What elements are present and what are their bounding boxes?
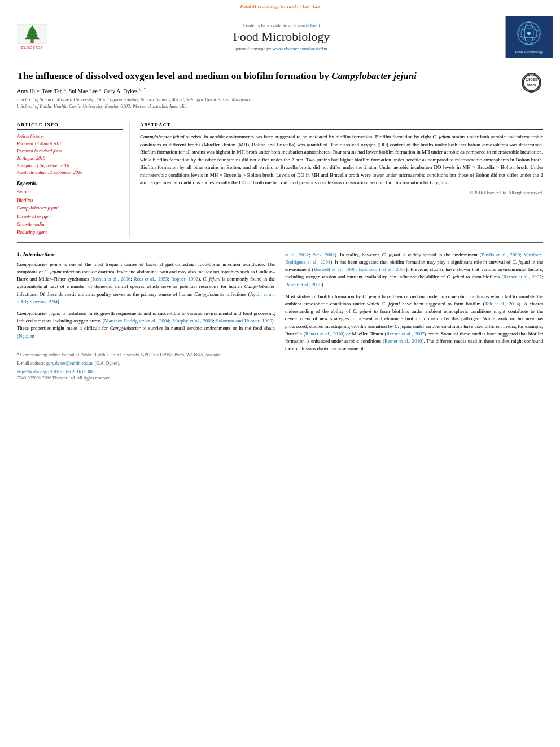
article-title-section: The influence of dissolved oxygen level … (17, 70, 543, 116)
article-title-text-area: The influence of dissolved oxygen level … (17, 70, 513, 110)
cover-image-svg: Food Microbiology (506, 16, 553, 58)
article-info-column: ARTICLE INFO Article history: Received 1… (17, 122, 130, 236)
ref-skirrow[interactable]: Skirrow, 1994 (29, 299, 58, 304)
issn-line: 0740-0020/© 2016 Elsevier Ltd. All right… (17, 375, 275, 381)
body-section: 1. Introduction Campylobacter jejuni is … (17, 251, 543, 381)
elsevier-tree-icon (15, 24, 49, 44)
article-title: The influence of dissolved oxygen level … (17, 70, 513, 82)
elsevier-logo-area: ELSEVIER (7, 24, 58, 50)
journal-citation: Food Microbiology 61 (2017) 120–125 (240, 3, 320, 9)
abstract-column: ABSTRACT Campylobacter jejuni survival i… (140, 122, 543, 236)
journal-header: ELSEVIER Contents lists available at Sci… (0, 11, 560, 63)
svg-text:Cross: Cross (526, 77, 537, 82)
ref-kalmokoff[interactable]: Kalmokoff et al., 2006 (358, 267, 405, 272)
article-authors: Amy Huei Teen Teh a, Sui Mae Lee a, Gary… (17, 87, 513, 94)
ref-joshua[interactable]: Joshua et al., 2006 (93, 276, 131, 282)
intro-para4: Most studies of biofilm formation by C. … (285, 293, 543, 353)
article-main: The influence of dissolved oxygen level … (0, 63, 560, 386)
affiliation-a: a School of Science, Monash University, … (17, 97, 513, 102)
ref-reuter2[interactable]: Reuter et al., 2010 (305, 331, 343, 337)
crossmark-svg: Cross Mark (523, 73, 540, 92)
keywords-list: Aerobic Biofilms Campylobacter jejuni Di… (17, 187, 123, 237)
ref-reuter[interactable]: Reuter et al., 2010 (285, 282, 322, 287)
intro-heading: 1. Introduction (17, 251, 275, 257)
email-note: E-mail address: gary.dykes@curtin.edu.au… (17, 360, 275, 367)
ref-baylis[interactable]: Baylis et al., 2000 (482, 252, 520, 257)
intro-para3: et al., 2012; Park, 2002). In reality, h… (285, 251, 543, 289)
ref-nguyen-cont[interactable]: et al., 2012 (285, 252, 309, 257)
svg-text:Food Microbiology: Food Microbiology (515, 50, 542, 54)
article-info-heading: ARTICLE INFO (17, 122, 123, 130)
journal-info-bar: Food Microbiology 61 (2017) 120–125 (0, 0, 560, 11)
elsevier-brand-text: ELSEVIER (21, 45, 43, 50)
copyright-notice: © 2016 Elsevier Ltd. All rights reserved… (140, 190, 543, 195)
svg-text:Mark: Mark (527, 82, 537, 88)
ref-ropper[interactable]: Ropper, 1992 (171, 276, 198, 282)
abstract-heading: ABSTRACT (140, 122, 543, 130)
abstract-text: Campylobacter jejuni survival in aerobic… (140, 133, 543, 187)
ref-reeser2[interactable]: Reeser et al., 2007 (386, 331, 424, 337)
ref-reuter3[interactable]: Reuter et al., 2010 (384, 338, 422, 344)
corresponding-author-note: * Corresponding author. School of Public… (17, 352, 275, 359)
journal-homepage: journal homepage: www.elsevier.com/locat… (63, 46, 500, 51)
ref-murphy[interactable]: Murphy et al., 2006 (172, 318, 213, 324)
intro-para1: Campylobacter jejuni is one of the most … (17, 261, 275, 305)
ref-buswell[interactable]: Buswell et al., 1998 (314, 267, 356, 272)
intro-para2: Campylobacter jejuni is fastidious in it… (17, 310, 275, 340)
doi-line: http://dx.doi.org/10.1016/j.fm.2016.09.0… (17, 369, 275, 374)
crossmark-icon: Cross Mark (522, 73, 541, 93)
ref-martinez[interactable]: Martínez-Rodríguez et al., 2004 (104, 318, 169, 324)
article-history: Article history: Received 13 March 2016 … (17, 133, 123, 177)
author-email[interactable]: gary.dykes@curtin.edu.au (46, 361, 94, 366)
svg-point-10 (527, 32, 531, 35)
journal-title-area: Contents lists available at ScienceDirec… (63, 23, 500, 51)
ref-rees[interactable]: Rees et al., 1995 (134, 276, 168, 282)
body-column-right: et al., 2012; Park, 2002). In reality, h… (285, 251, 543, 381)
doi-link[interactable]: http://dx.doi.org/10.1016/j.fm.2016.09.0… (17, 369, 94, 374)
affiliation-b: b School of Public Health, Curtin Univer… (17, 103, 513, 109)
info-abstract-section: ARTICLE INFO Article history: Received 1… (17, 122, 543, 243)
crossmark-area: Cross Mark (522, 73, 543, 93)
ref-solomon[interactable]: Solomon and Hoover, 1999 (216, 318, 272, 324)
ref-teh[interactable]: Teh et al., 2014 (485, 301, 519, 307)
body-column-left: 1. Introduction Campylobacter jejuni is … (17, 251, 275, 381)
journal-cover-image: Food Microbiology (505, 16, 553, 58)
article-footer: * Corresponding author. School of Public… (17, 348, 275, 381)
ref-reeser[interactable]: Reeser et al., 2007 (503, 274, 541, 279)
sciencedirect-link[interactable]: ScienceDirect (293, 23, 320, 28)
keywords-label: Keywords: (17, 180, 123, 186)
journal-title: Food Microbiology (63, 29, 500, 44)
journal-url[interactable]: www.elsevier.com/locate/fm (273, 46, 327, 51)
contents-available: Contents lists available at ScienceDirec… (63, 23, 500, 28)
ref-nguyen[interactable]: Nguyen (19, 333, 34, 339)
ref-park[interactable]: Park, 2002 (312, 252, 335, 257)
